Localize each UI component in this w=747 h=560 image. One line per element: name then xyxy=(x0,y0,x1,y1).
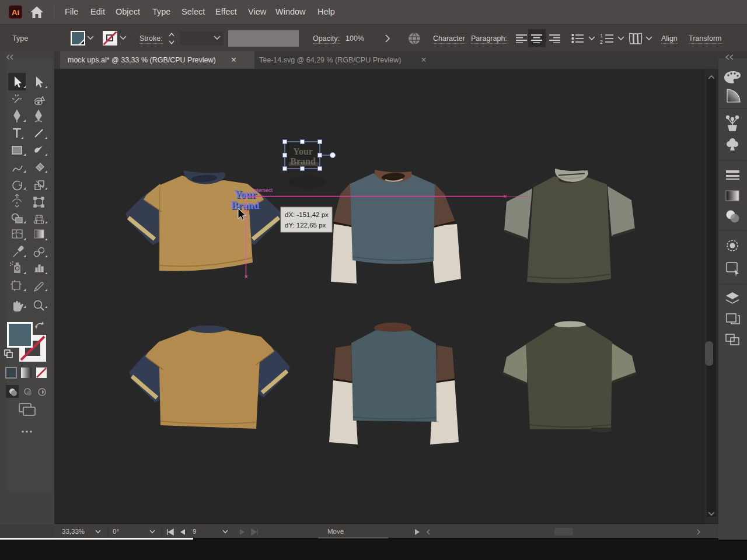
svg-text:dX: -151,42 px: dX: -151,42 px xyxy=(285,211,329,218)
svg-text:intersect: intersect xyxy=(253,187,273,193)
svg-text:Brand: Brand xyxy=(290,156,316,166)
svg-text:✕: ✕ xyxy=(244,274,249,280)
svg-text:2: 2 xyxy=(600,39,603,44)
svg-text:1: 1 xyxy=(600,33,603,38)
svg-text:Brand: Brand xyxy=(231,200,259,211)
svg-text:Your: Your xyxy=(293,146,313,156)
svg-text:dY: 122,65 px: dY: 122,65 px xyxy=(285,222,326,229)
svg-text:✕: ✕ xyxy=(503,194,508,200)
